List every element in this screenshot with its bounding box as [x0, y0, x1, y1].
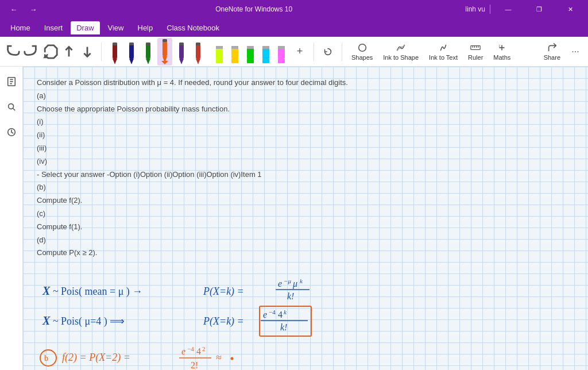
sep2: [314, 43, 314, 61]
svg-text:Pois( mean = μ )  →: Pois( mean = μ ) →: [61, 286, 142, 298]
svg-rect-28: [247, 59, 254, 63]
svg-text:e: e: [263, 310, 267, 319]
svg-text:−4: −4: [269, 309, 276, 315]
svg-text:∑: ∑: [499, 44, 501, 47]
part-a-text: Choose the appropriate Poisson probabili…: [37, 103, 574, 115]
option-iv: (iv): [37, 156, 574, 168]
menu-insert[interactable]: Insert: [38, 21, 69, 34]
svg-marker-19: [196, 59, 200, 64]
svg-text:P(X=k) =: P(X=k) =: [203, 315, 244, 327]
part-d-text: Compute P(x ≥ 2).: [37, 247, 574, 259]
sidebar: [0, 67, 23, 370]
svg-rect-25: [231, 59, 238, 63]
svg-rect-17: [179, 43, 184, 45]
highlighter-yellow-green[interactable]: [212, 43, 226, 65]
option-i: (i): [37, 116, 574, 128]
svg-marker-14: [161, 61, 168, 64]
menu-draw[interactable]: Draw: [71, 21, 99, 34]
back-button[interactable]: ←: [5, 0, 23, 18]
svg-point-73: [40, 350, 56, 366]
svg-text:μ: μ: [292, 279, 297, 289]
ruler-button[interactable]: Ruler: [465, 40, 486, 63]
add-space-down-button[interactable]: [79, 44, 95, 60]
menu-bar: Home Insert Draw View Help Class Noteboo…: [0, 18, 588, 37]
handwriting-svg: X ~ Pois( mean = μ ) → P(X=k) = e −μ μ k…: [37, 273, 427, 370]
part-b-label: (b): [37, 182, 574, 194]
ink-to-shape-button[interactable]: Ink to Shape: [380, 40, 422, 63]
restore-button[interactable]: ❐: [526, 0, 552, 18]
select-text: - Select your answer -Option (i)Option (…: [37, 169, 574, 181]
svg-rect-20: [196, 43, 200, 45]
minimize-button[interactable]: —: [495, 0, 521, 18]
svg-text:X: X: [42, 284, 51, 297]
app-title: OneNote for Windows 10: [42, 5, 465, 13]
menu-class-notebook[interactable]: Class Notebook: [161, 21, 225, 34]
highlighter-yellow[interactable]: [228, 43, 242, 65]
svg-point-83: [231, 357, 234, 360]
part-a-label: (a): [37, 90, 574, 102]
svg-text:k!: k!: [287, 291, 294, 301]
pen-darkblue[interactable]: [124, 40, 139, 65]
user-section: linh vu — ❐ ✕: [465, 0, 583, 18]
pen-purple[interactable]: [174, 40, 189, 65]
menu-view[interactable]: View: [102, 21, 130, 34]
svg-text:f(2) =  P(X=2) =: f(2) = P(X=2) =: [62, 352, 130, 364]
sep1: [101, 43, 102, 61]
svg-rect-32: [262, 46, 269, 49]
option-ii: (ii): [37, 129, 574, 141]
svg-marker-6: [129, 59, 134, 64]
pen-darkgreen[interactable]: [141, 40, 156, 65]
maths-label: Maths: [493, 54, 510, 61]
ink-to-text-button[interactable]: Ink to Text: [425, 40, 461, 63]
pen-tools-group: [107, 38, 288, 65]
redo-button[interactable]: [23, 44, 39, 60]
undo-redo-group: [5, 44, 39, 60]
svg-text:2: 2: [202, 345, 206, 352]
ruler-label: Ruler: [468, 54, 483, 61]
notebook-page[interactable]: Consider a Poisson distribution with μ =…: [23, 67, 588, 370]
pen-darkred[interactable]: [107, 40, 122, 65]
svg-text:Pois(  μ=4 )    ⟹: Pois( μ=4 ) ⟹: [61, 315, 125, 327]
add-pen-button[interactable]: +: [292, 44, 308, 60]
main-content: Consider a Poisson distribution with μ =…: [23, 67, 588, 370]
svg-rect-35: [278, 46, 285, 49]
svg-text:−μ: −μ: [284, 278, 291, 284]
ink-to-text-label: Ink to Text: [429, 54, 458, 61]
more-button[interactable]: ···: [567, 44, 583, 60]
sidebar-pages-icon[interactable]: [1, 71, 22, 92]
nav-buttons[interactable]: ← →: [5, 0, 42, 18]
svg-text:2!: 2!: [191, 360, 198, 370]
svg-text:4: 4: [278, 310, 283, 319]
highlighter-pink[interactable]: [274, 43, 288, 65]
pen-red[interactable]: [191, 40, 206, 65]
option-iii: (iii): [37, 142, 574, 155]
share-button[interactable]: Share: [540, 40, 564, 63]
replay-button[interactable]: [320, 44, 336, 60]
menu-home[interactable]: Home: [5, 21, 36, 34]
lasso-button[interactable]: [42, 44, 59, 60]
select-group: [42, 44, 95, 60]
svg-rect-26: [231, 46, 238, 49]
highlighter-cyan[interactable]: [259, 43, 273, 65]
svg-point-49: [8, 104, 13, 109]
part-c-label: (c): [37, 208, 574, 220]
shapes-button[interactable]: Shapes: [348, 40, 376, 63]
menu-help[interactable]: Help: [132, 21, 159, 34]
svg-rect-10: [146, 43, 150, 45]
svg-point-36: [358, 44, 366, 51]
svg-text:e: e: [278, 279, 282, 288]
svg-rect-29: [247, 46, 254, 49]
maths-button[interactable]: ∑ Maths: [490, 40, 514, 63]
svg-text:k!: k!: [280, 322, 287, 332]
svg-text:k: k: [284, 309, 287, 315]
svg-marker-16: [179, 59, 184, 64]
undo-button[interactable]: [5, 44, 21, 60]
sidebar-search-icon[interactable]: [1, 97, 22, 117]
add-space-up-button[interactable]: [61, 44, 77, 60]
forward-button[interactable]: →: [24, 0, 42, 18]
svg-rect-31: [262, 59, 269, 63]
highlighter-green[interactable]: [243, 43, 257, 65]
sidebar-history-icon[interactable]: [1, 122, 22, 142]
pen-orange[interactable]: [157, 38, 172, 65]
close-button[interactable]: ✕: [557, 0, 583, 18]
